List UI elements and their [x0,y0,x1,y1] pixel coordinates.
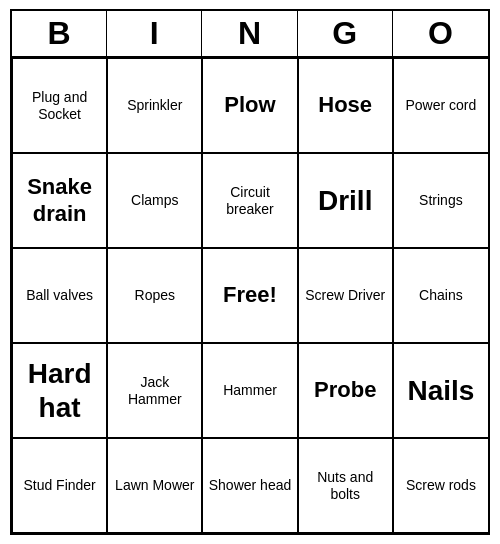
bingo-cell: Plug and Socket [12,58,107,153]
bingo-card: BINGO Plug and SocketSprinklerPlowHosePo… [10,9,490,535]
bingo-cell: Hose [298,58,393,153]
bingo-cell: Clamps [107,153,202,248]
bingo-cell: Sprinkler [107,58,202,153]
bingo-cell: Jack Hammer [107,343,202,438]
bingo-cell: Lawn Mower [107,438,202,533]
bingo-grid: Plug and SocketSprinklerPlowHosePower co… [12,58,488,533]
bingo-cell: Nuts and bolts [298,438,393,533]
bingo-cell: Ball valves [12,248,107,343]
bingo-cell: Plow [202,58,297,153]
header-letter: N [202,11,297,56]
bingo-cell: Nails [393,343,488,438]
bingo-cell: Shower head [202,438,297,533]
bingo-cell: Hammer [202,343,297,438]
bingo-cell: Snake drain [12,153,107,248]
header-letter: I [107,11,202,56]
bingo-cell: Circuit breaker [202,153,297,248]
bingo-header: BINGO [12,11,488,58]
bingo-cell: Drill [298,153,393,248]
bingo-cell: Screw Driver [298,248,393,343]
bingo-cell: Ropes [107,248,202,343]
bingo-cell: Strings [393,153,488,248]
bingo-cell: Free! [202,248,297,343]
header-letter: B [12,11,107,56]
bingo-cell: Hard hat [12,343,107,438]
bingo-cell: Power cord [393,58,488,153]
header-letter: O [393,11,488,56]
bingo-cell: Screw rods [393,438,488,533]
header-letter: G [298,11,393,56]
bingo-cell: Probe [298,343,393,438]
bingo-cell: Stud Finder [12,438,107,533]
bingo-cell: Chains [393,248,488,343]
